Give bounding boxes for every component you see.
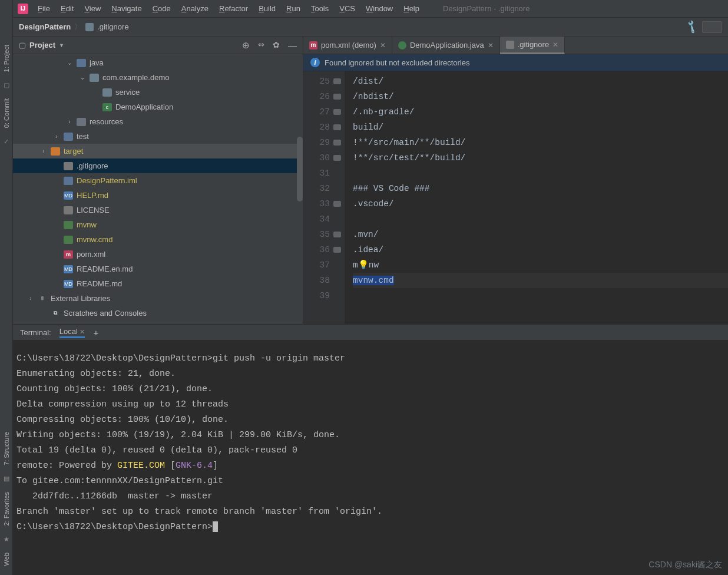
tree-item[interactable]: ›target [13, 144, 303, 158]
editor-tab[interactable]: .gitignore✕ [500, 37, 565, 54]
tree-item[interactable]: mvnw [13, 217, 303, 232]
tree-item[interactable]: ›⫴External Libraries [13, 291, 303, 306]
code-line[interactable]: .idea/ [353, 242, 728, 257]
bulb-icon[interactable]: 💡 [358, 260, 369, 270]
menu-file[interactable]: File [33, 2, 55, 15]
tool-web[interactable]: Web [3, 549, 10, 569]
tree-arrow-icon[interactable]: › [27, 295, 34, 302]
close-icon[interactable]: ✕ [488, 41, 494, 49]
code-line[interactable]: !**/src/test/**/build/ [353, 150, 728, 166]
add-terminal-button[interactable]: + [93, 328, 98, 338]
code-line[interactable]: /nbdist/ [353, 89, 728, 104]
terminal-tab-local[interactable]: Local ✕ [59, 327, 85, 338]
tree-item[interactable]: MDHELP.md [13, 188, 303, 203]
file-type-icon: ⫴ [38, 295, 47, 303]
file-type-icon: m [64, 250, 73, 259]
close-icon[interactable]: ✕ [552, 41, 558, 49]
tree-item[interactable]: ›test [13, 129, 303, 144]
terminal[interactable]: C:\Users\18722\Desktop\DesignPattern>git… [13, 341, 728, 575]
code-line[interactable]: .mvn/ [353, 227, 728, 242]
code-line[interactable]: !**/src/main/**/build/ [353, 135, 728, 150]
close-icon[interactable]: ✕ [80, 328, 85, 335]
tree-arrow-icon[interactable]: ⌄ [66, 60, 73, 66]
left-tool-strip: 1: Project ▢ 0: Commit ✓ 7: Structure ▤ … [0, 0, 13, 575]
code-line[interactable] [353, 212, 728, 227]
menu-refactor[interactable]: Refactor [214, 2, 253, 15]
tree-item-label: External Libraries [51, 294, 110, 303]
menu-build[interactable]: Build [254, 2, 280, 15]
code-line[interactable]: mvnw.cmd [353, 273, 728, 288]
tool-structure[interactable]: 7: Structure [3, 428, 10, 469]
editor-body[interactable]: 252627282930313233343536373839 /dist//nb… [303, 71, 728, 324]
search-field[interactable] [702, 21, 722, 33]
file-type-icon [64, 221, 73, 229]
code-line[interactable]: m💡nw [353, 257, 728, 273]
chevron-right-icon: 〉 [74, 22, 82, 32]
tree-arrow-icon[interactable]: › [66, 118, 73, 125]
menu-vcs[interactable]: VCS [335, 2, 360, 15]
tree-arrow-icon[interactable]: ⌄ [79, 74, 86, 81]
intellij-logo-icon: IJ [18, 4, 28, 14]
tree-item[interactable]: DesignPattern.iml [13, 173, 303, 188]
menu-view[interactable]: View [80, 2, 105, 15]
tree-item[interactable]: cDemoApplication [13, 100, 303, 114]
tree-item[interactable]: mpom.xml [13, 247, 303, 262]
notification-banner[interactable]: i Found ignored but not excluded directo… [303, 54, 728, 71]
menu-help[interactable]: Help [399, 2, 424, 15]
tree-item[interactable]: ⧉Scratches and Consoles [13, 306, 303, 320]
code-line[interactable]: /dist/ [353, 74, 728, 89]
tree-arrow-icon[interactable]: › [53, 133, 60, 140]
expand-all-icon[interactable]: ⇔ [258, 40, 264, 51]
code-line[interactable]: build/ [353, 120, 728, 135]
tree-item[interactable]: MDREADME.md [13, 276, 303, 291]
minimize-icon[interactable]: — [288, 40, 297, 51]
line-gutter: 252627282930313233343536373839 [303, 71, 345, 324]
gitignore-icon [85, 23, 94, 31]
menu-analyze[interactable]: Analyze [177, 2, 213, 15]
tree-item[interactable]: service [13, 85, 303, 100]
menu-run[interactable]: Run [282, 2, 305, 15]
tool-project[interactable]: 1: Project [3, 41, 10, 75]
editor-tab[interactable]: DemoApplication.java✕ [392, 37, 500, 54]
editor-tab[interactable]: mpom.xml (demo)✕ [303, 37, 392, 54]
tree-item-label: LICENSE [77, 206, 110, 214]
gutter-line: 37 [303, 257, 341, 273]
file-type-icon: m [309, 41, 317, 49]
tool-favorites[interactable]: 2: Favorites [3, 488, 10, 529]
code-line[interactable]: .vscode/ [353, 196, 728, 212]
tree-item[interactable]: MDREADME.en.md [13, 262, 303, 276]
project-tree[interactable]: ⌄java⌄com.example.demoservicecDemoApplic… [13, 54, 303, 324]
gutter-line: 31 [303, 166, 341, 181]
breadcrumb-project[interactable]: DesignPattern [19, 22, 71, 31]
folder-icon: ▢ [4, 81, 9, 89]
breadcrumb-file[interactable]: .gitignore [97, 22, 128, 31]
code-line[interactable] [353, 288, 728, 303]
scrollbar[interactable] [297, 137, 303, 201]
menu-navigate[interactable]: Navigate [107, 2, 146, 15]
tree-item[interactable]: LICENSE [13, 203, 303, 217]
tree-item[interactable]: .gitignore [13, 158, 303, 173]
chevron-down-icon[interactable]: ▼ [59, 42, 64, 48]
tree-item[interactable]: ›resources [13, 114, 303, 129]
code-area[interactable]: /dist//nbdist//.nb-gradle/build/!**/src/… [345, 71, 728, 324]
close-icon[interactable]: ✕ [380, 41, 386, 49]
folder-icon: ▢ [19, 41, 26, 49]
code-line[interactable] [353, 166, 728, 181]
project-pane-header: ▢ Project ▼ ⊕ ⇔ ✿ — [13, 37, 303, 54]
build-icon[interactable]: 🔧 [684, 19, 700, 34]
tree-item[interactable]: mvnw.cmd [13, 232, 303, 247]
menu-edit[interactable]: Edit [56, 2, 78, 15]
tool-commit[interactable]: 0: Commit [3, 95, 10, 131]
menu-code[interactable]: Code [148, 2, 176, 15]
code-line[interactable]: ### VS Code ### [353, 181, 728, 196]
menu-tools[interactable]: Tools [306, 2, 333, 15]
file-type-icon [102, 88, 112, 97]
tree-item[interactable]: ⌄com.example.demo [13, 70, 303, 85]
select-target-icon[interactable]: ⊕ [242, 40, 250, 51]
code-line[interactable]: /.nb-gradle/ [353, 104, 728, 120]
tree-arrow-icon[interactable]: › [40, 148, 47, 154]
menu-window[interactable]: Window [361, 2, 398, 15]
project-pane-title[interactable]: Project [29, 41, 55, 49]
tree-item[interactable]: ⌄java [13, 55, 303, 70]
gear-icon[interactable]: ✿ [273, 40, 280, 51]
